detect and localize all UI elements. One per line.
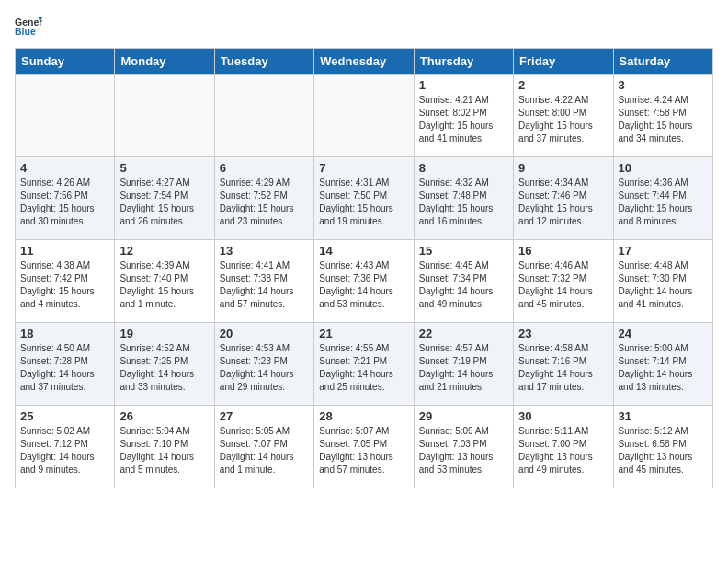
cell-date-number: 12 — [119, 244, 209, 258]
calendar-week-row: 25Sunrise: 5:02 AMSunset: 7:12 PMDayligh… — [16, 406, 713, 488]
calendar-cell: 10Sunrise: 4:36 AMSunset: 7:44 PMDayligh… — [613, 157, 712, 240]
calendar-cell: 27Sunrise: 5:05 AMSunset: 7:07 PMDayligh… — [214, 406, 313, 488]
calendar-cell — [214, 75, 313, 157]
calendar-cell — [16, 75, 115, 157]
calendar-cell: 13Sunrise: 4:41 AMSunset: 7:38 PMDayligh… — [214, 240, 313, 323]
calendar-cell: 24Sunrise: 5:00 AMSunset: 7:14 PMDayligh… — [613, 323, 712, 406]
cell-info: Sunrise: 5:07 AMSunset: 7:05 PMDaylight:… — [319, 425, 408, 477]
cell-info: Sunrise: 4:53 AMSunset: 7:23 PMDaylight:… — [220, 342, 309, 394]
calendar-cell: 17Sunrise: 4:48 AMSunset: 7:30 PMDayligh… — [613, 240, 712, 323]
weekday-header-sunday: Sunday — [16, 49, 115, 75]
calendar-cell: 4Sunrise: 4:26 AMSunset: 7:56 PMDaylight… — [16, 157, 115, 240]
calendar-cell — [314, 75, 414, 157]
calendar-cell: 23Sunrise: 4:58 AMSunset: 7:16 PMDayligh… — [514, 323, 613, 406]
weekday-header-thursday: Thursday — [414, 49, 513, 75]
cell-info: Sunrise: 4:58 AMSunset: 7:16 PMDaylight:… — [518, 342, 608, 394]
cell-info: Sunrise: 4:38 AMSunset: 7:42 PMDaylight:… — [20, 259, 109, 311]
cell-date-number: 29 — [419, 409, 508, 423]
cell-info: Sunrise: 4:39 AMSunset: 7:40 PMDaylight:… — [119, 259, 209, 311]
calendar-cell: 1Sunrise: 4:21 AMSunset: 8:02 PMDaylight… — [414, 75, 513, 157]
calendar-cell: 18Sunrise: 4:50 AMSunset: 7:28 PMDayligh… — [16, 323, 115, 406]
calendar-week-row: 11Sunrise: 4:38 AMSunset: 7:42 PMDayligh… — [16, 240, 713, 323]
cell-info: Sunrise: 4:21 AMSunset: 8:02 PMDaylight:… — [419, 94, 508, 145]
calendar-week-row: 1Sunrise: 4:21 AMSunset: 8:02 PMDaylight… — [16, 75, 713, 157]
cell-date-number: 23 — [518, 327, 608, 340]
cell-info: Sunrise: 4:32 AMSunset: 7:48 PMDaylight:… — [419, 177, 508, 228]
cell-info: Sunrise: 4:29 AMSunset: 7:52 PMDaylight:… — [220, 177, 309, 228]
cell-date-number: 7 — [319, 161, 408, 175]
cell-date-number: 18 — [20, 327, 109, 340]
cell-date-number: 14 — [319, 244, 408, 258]
weekday-header-saturday: Saturday — [613, 49, 712, 75]
cell-info: Sunrise: 4:43 AMSunset: 7:36 PMDaylight:… — [319, 259, 408, 311]
calendar-cell — [115, 75, 214, 157]
cell-info: Sunrise: 5:05 AMSunset: 7:07 PMDaylight:… — [220, 425, 309, 477]
calendar-cell: 30Sunrise: 5:11 AMSunset: 7:00 PMDayligh… — [514, 406, 613, 488]
cell-info: Sunrise: 4:52 AMSunset: 7:25 PMDaylight:… — [119, 342, 209, 394]
cell-date-number: 20 — [220, 327, 309, 340]
cell-info: Sunrise: 5:12 AMSunset: 6:58 PMDaylight:… — [619, 425, 708, 477]
cell-date-number: 15 — [419, 244, 508, 258]
cell-date-number: 10 — [619, 161, 708, 175]
logo: General Blue — [15, 15, 42, 37]
cell-info: Sunrise: 5:00 AMSunset: 7:14 PMDaylight:… — [619, 342, 708, 394]
cell-date-number: 6 — [220, 161, 309, 175]
svg-text:Blue: Blue — [15, 26, 36, 37]
calendar-cell: 28Sunrise: 5:07 AMSunset: 7:05 PMDayligh… — [314, 406, 414, 488]
cell-date-number: 2 — [518, 78, 608, 92]
calendar-cell: 15Sunrise: 4:45 AMSunset: 7:34 PMDayligh… — [414, 240, 513, 323]
calendar-cell: 12Sunrise: 4:39 AMSunset: 7:40 PMDayligh… — [115, 240, 214, 323]
cell-info: Sunrise: 4:55 AMSunset: 7:21 PMDaylight:… — [319, 342, 408, 394]
cell-date-number: 25 — [20, 409, 109, 423]
cell-date-number: 9 — [518, 161, 608, 175]
cell-info: Sunrise: 5:04 AMSunset: 7:10 PMDaylight:… — [119, 425, 209, 477]
cell-info: Sunrise: 4:50 AMSunset: 7:28 PMDaylight:… — [20, 342, 109, 394]
cell-info: Sunrise: 4:45 AMSunset: 7:34 PMDaylight:… — [419, 259, 508, 311]
cell-info: Sunrise: 4:24 AMSunset: 7:58 PMDaylight:… — [619, 94, 708, 145]
cell-info: Sunrise: 4:36 AMSunset: 7:44 PMDaylight:… — [619, 177, 708, 228]
calendar-cell: 19Sunrise: 4:52 AMSunset: 7:25 PMDayligh… — [115, 323, 214, 406]
cell-info: Sunrise: 4:41 AMSunset: 7:38 PMDaylight:… — [220, 259, 309, 311]
cell-info: Sunrise: 4:27 AMSunset: 7:54 PMDaylight:… — [119, 177, 209, 228]
cell-date-number: 31 — [619, 409, 708, 423]
calendar-cell: 29Sunrise: 5:09 AMSunset: 7:03 PMDayligh… — [414, 406, 513, 488]
weekday-header-row: SundayMondayTuesdayWednesdayThursdayFrid… — [16, 49, 713, 75]
calendar-cell: 11Sunrise: 4:38 AMSunset: 7:42 PMDayligh… — [16, 240, 115, 323]
calendar-cell: 21Sunrise: 4:55 AMSunset: 7:21 PMDayligh… — [314, 323, 414, 406]
calendar-cell: 6Sunrise: 4:29 AMSunset: 7:52 PMDaylight… — [214, 157, 313, 240]
cell-info: Sunrise: 5:02 AMSunset: 7:12 PMDaylight:… — [20, 425, 109, 477]
cell-date-number: 24 — [619, 327, 708, 340]
calendar-week-row: 18Sunrise: 4:50 AMSunset: 7:28 PMDayligh… — [16, 323, 713, 406]
calendar-cell: 25Sunrise: 5:02 AMSunset: 7:12 PMDayligh… — [16, 406, 115, 488]
cell-date-number: 28 — [319, 409, 408, 423]
cell-date-number: 30 — [518, 409, 608, 423]
calendar-cell: 31Sunrise: 5:12 AMSunset: 6:58 PMDayligh… — [613, 406, 712, 488]
cell-date-number: 21 — [319, 327, 408, 340]
cell-info: Sunrise: 4:34 AMSunset: 7:46 PMDaylight:… — [518, 177, 608, 228]
calendar-cell: 26Sunrise: 5:04 AMSunset: 7:10 PMDayligh… — [115, 406, 214, 488]
calendar-cell: 16Sunrise: 4:46 AMSunset: 7:32 PMDayligh… — [514, 240, 613, 323]
cell-date-number: 8 — [419, 161, 508, 175]
cell-date-number: 3 — [619, 78, 708, 92]
calendar-table: SundayMondayTuesdayWednesdayThursdayFrid… — [15, 48, 713, 488]
calendar-cell: 14Sunrise: 4:43 AMSunset: 7:36 PMDayligh… — [314, 240, 414, 323]
cell-date-number: 27 — [220, 409, 309, 423]
calendar-cell: 2Sunrise: 4:22 AMSunset: 8:00 PMDaylight… — [514, 75, 613, 157]
cell-date-number: 1 — [419, 78, 508, 92]
calendar-cell: 9Sunrise: 4:34 AMSunset: 7:46 PMDaylight… — [514, 157, 613, 240]
cell-info: Sunrise: 4:26 AMSunset: 7:56 PMDaylight:… — [20, 177, 109, 228]
cell-date-number: 19 — [119, 327, 209, 340]
cell-info: Sunrise: 5:11 AMSunset: 7:00 PMDaylight:… — [518, 425, 608, 477]
weekday-header-tuesday: Tuesday — [214, 49, 313, 75]
weekday-header-monday: Monday — [115, 49, 214, 75]
cell-info: Sunrise: 4:48 AMSunset: 7:30 PMDaylight:… — [619, 259, 708, 311]
cell-date-number: 22 — [419, 327, 508, 340]
calendar-cell: 8Sunrise: 4:32 AMSunset: 7:48 PMDaylight… — [414, 157, 513, 240]
cell-info: Sunrise: 4:31 AMSunset: 7:50 PMDaylight:… — [319, 177, 408, 228]
calendar-cell: 7Sunrise: 4:31 AMSunset: 7:50 PMDaylight… — [314, 157, 414, 240]
cell-info: Sunrise: 4:46 AMSunset: 7:32 PMDaylight:… — [518, 259, 608, 311]
cell-info: Sunrise: 5:09 AMSunset: 7:03 PMDaylight:… — [419, 425, 508, 477]
cell-date-number: 4 — [20, 161, 109, 175]
cell-date-number: 16 — [518, 244, 608, 258]
cell-date-number: 13 — [220, 244, 309, 258]
